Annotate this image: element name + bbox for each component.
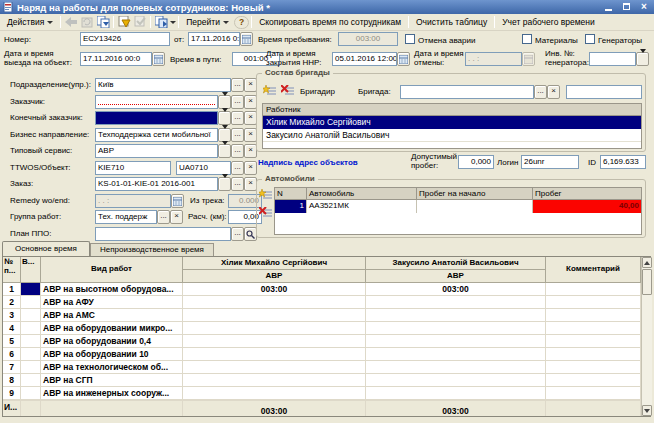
customer-select-button[interactable]: ... xyxy=(231,95,244,109)
transfer-icon xyxy=(155,16,168,28)
remedy-calendar-button[interactable] xyxy=(171,194,184,208)
add-worker-button[interactable] xyxy=(263,85,277,97)
table-row[interactable]: 8 АВР на СГП xyxy=(3,374,641,387)
departure-date-field[interactable]: 17.11.2016 00:0 xyxy=(80,52,152,66)
brigade-extra-field[interactable] xyxy=(566,85,642,99)
vertical-scrollbar[interactable] xyxy=(641,257,652,416)
work-time-button[interactable]: Учет рабочего времени xyxy=(497,15,600,29)
chevron-down-icon xyxy=(47,21,53,24)
address-objects-link[interactable]: Надпись адрес объектов xyxy=(258,158,358,167)
copy-record-button[interactable] xyxy=(95,15,111,30)
customer-dropdown-button[interactable] xyxy=(218,95,231,109)
scroll-up-button[interactable] xyxy=(642,257,652,268)
ttwos-clear-button[interactable]: × xyxy=(244,161,257,175)
inv-generator-field[interactable] xyxy=(589,52,636,66)
write-button[interactable] xyxy=(116,15,132,30)
tab-nonproductive-time[interactable]: Непроизводственное время xyxy=(90,243,214,256)
work-group-field[interactable]: Тех. поддерж xyxy=(95,210,157,224)
allowed-mileage-field[interactable]: 0,000 xyxy=(458,155,494,169)
worker-row[interactable]: Хілик Михайло Сергійович xyxy=(263,116,641,129)
brigade-field[interactable] xyxy=(400,85,534,99)
delete-worker-button[interactable] xyxy=(281,85,295,97)
add-car-button[interactable] xyxy=(259,189,273,201)
chevron-down-icon[interactable] xyxy=(170,21,176,24)
scroll-down-button[interactable] xyxy=(642,405,652,416)
departure-calendar-button[interactable] xyxy=(152,52,165,66)
department-field[interactable]: Київ xyxy=(95,78,231,92)
business-field[interactable]: Техподдержка сети мобильної xyxy=(95,128,218,142)
ppo-select-button[interactable]: ... xyxy=(231,227,244,241)
car-row[interactable]: 1 АА3521МК 40,00 xyxy=(275,200,641,213)
required-marker xyxy=(98,104,215,105)
end-customer-select-button[interactable]: ... xyxy=(231,111,244,125)
login-label: Логин xyxy=(497,158,519,167)
end-customer-dropdown-button[interactable] xyxy=(218,111,231,125)
reread-icon xyxy=(81,17,93,28)
cancel-date-label: Дата и время отмены: xyxy=(414,49,464,67)
remedy-label: Remedy wo/end: xyxy=(10,196,70,205)
table-row[interactable]: 6 АВР на оборудовании 10 xyxy=(3,348,641,361)
work-group-select-button[interactable]: ... xyxy=(157,210,170,224)
delete-car-button[interactable] xyxy=(259,207,273,219)
worker-row[interactable]: Закусило Анатолій Васильович xyxy=(263,129,641,142)
number-label: Номер: xyxy=(4,35,31,44)
transfer-button[interactable] xyxy=(153,15,169,30)
brigade-clear-button[interactable]: × xyxy=(547,85,560,99)
table-row[interactable]: 1 АВР на высотном оборудова... 003:00 00… xyxy=(3,283,641,296)
ttwos-object-field[interactable]: UA0710 xyxy=(176,161,231,175)
chevron-down-icon xyxy=(222,174,228,187)
close-nnr-date-field[interactable]: 05.01.2016 12:00 xyxy=(332,52,397,66)
end-customer-field[interactable] xyxy=(95,111,218,125)
inv-generator-dropdown-button[interactable] xyxy=(636,52,649,66)
service-label: Типовый сервис: xyxy=(10,146,72,155)
maximize-button[interactable] xyxy=(619,1,633,12)
business-dropdown-button[interactable] xyxy=(218,128,231,142)
order-dropdown-button[interactable] xyxy=(218,177,231,191)
table-row[interactable]: 5 АВР на оборудовании 0,4 xyxy=(3,335,641,348)
scrollbar-thumb[interactable] xyxy=(642,269,652,295)
ttwos-select-button[interactable]: ... xyxy=(231,161,244,175)
clear-table-button[interactable]: Очистить таблицу xyxy=(411,15,492,29)
selected-cell[interactable] xyxy=(21,283,41,295)
ttwos-field[interactable]: KIE710 xyxy=(95,161,171,175)
close-button[interactable]: × xyxy=(637,1,651,12)
from-calendar-button[interactable] xyxy=(240,32,253,46)
calendar-icon xyxy=(399,55,408,64)
table-row[interactable]: 3 АВР на АМС xyxy=(3,309,641,322)
number-field[interactable]: ЕСУ13426 xyxy=(80,32,170,46)
work-group-clear-button[interactable]: × xyxy=(170,210,183,224)
service-field[interactable]: АВР xyxy=(95,144,218,158)
from-date-field[interactable]: 17.11.2016 0:00:00 xyxy=(188,32,240,46)
department-label: Подразделение(упр.): xyxy=(10,80,91,89)
service-dropdown-button[interactable] xyxy=(218,144,231,158)
business-select-button[interactable]: ... xyxy=(231,128,244,142)
brigade-group-title: Состав бригады xyxy=(262,68,333,77)
service-select-button[interactable]: ... xyxy=(231,144,244,158)
business-label: Бизнес направление: xyxy=(10,130,89,139)
cancel-accident-checkbox[interactable] xyxy=(405,34,415,44)
stay-time-label: Время пребывания: xyxy=(258,35,332,44)
order-select-button[interactable]: ... xyxy=(231,177,244,191)
login-field[interactable]: 26unr xyxy=(521,155,579,169)
tab-main-time[interactable]: Основное время xyxy=(2,241,90,256)
table-row[interactable]: 7 АВР на технологическом об... xyxy=(3,361,641,374)
chevron-down-icon xyxy=(222,141,228,154)
id-field[interactable]: 6,169.633 xyxy=(600,155,646,169)
help-button[interactable]: ? xyxy=(234,16,249,29)
stay-time-field: 003:00 xyxy=(338,32,398,46)
ppo-plan-field[interactable] xyxy=(95,227,231,241)
customer-field[interactable] xyxy=(95,95,218,109)
minimize-button[interactable] xyxy=(601,1,615,12)
generators-checkbox[interactable] xyxy=(585,34,595,44)
materials-checkbox[interactable] xyxy=(522,34,532,44)
department-select-button[interactable]: ... xyxy=(231,78,244,92)
actions-menu-button[interactable]: Действия xyxy=(2,15,58,29)
goto-menu-button[interactable]: Перейти xyxy=(181,15,234,29)
table-row[interactable]: 4 АВР на оборудовании микро... xyxy=(3,322,641,335)
brigade-select-button[interactable]: ... xyxy=(534,85,547,99)
close-nnr-calendar-button[interactable] xyxy=(397,52,410,66)
table-row[interactable]: 2 АВР на АФУ xyxy=(3,296,641,309)
copy-time-button[interactable]: Скопировать время по сотрудникам xyxy=(254,15,406,29)
table-row[interactable]: 9 АВР на инженерных сооруж... xyxy=(3,387,641,400)
order-field[interactable]: KS-01-01-KIE-01 2016-001 xyxy=(95,177,218,191)
